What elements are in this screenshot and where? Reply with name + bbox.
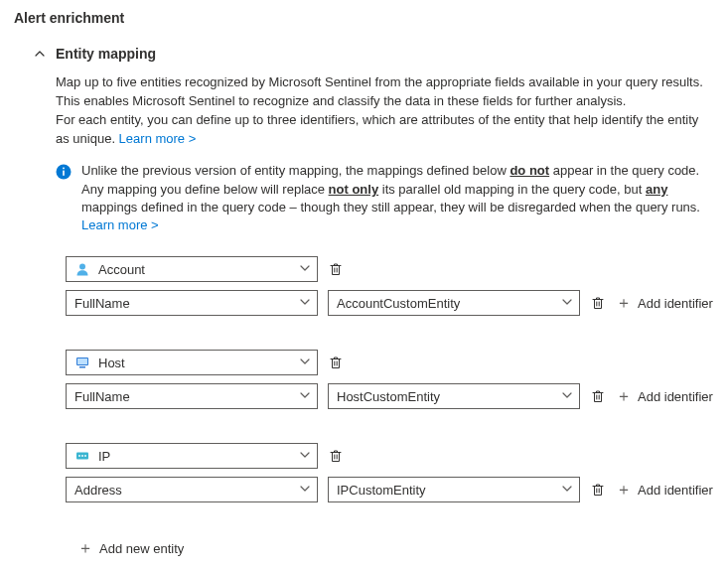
- svg-point-3: [79, 264, 85, 270]
- chevron-down-icon: [299, 483, 311, 498]
- delete-identifier-button[interactable]: [590, 388, 606, 404]
- svg-rect-5: [77, 358, 87, 364]
- value-label: AccountCustomEntity: [337, 296, 460, 311]
- host-icon: [74, 355, 90, 370]
- plus-icon: ＋: [77, 540, 93, 556]
- add-identifier-button[interactable]: ＋ Add identifier: [616, 482, 713, 498]
- delete-entity-button[interactable]: [328, 261, 344, 277]
- entity-type-dropdown[interactable]: IP: [66, 443, 318, 469]
- identifier-label: FullName: [74, 389, 130, 404]
- ip-icon: [74, 448, 90, 464]
- svg-point-9: [81, 455, 83, 457]
- info-learn-more-link[interactable]: Learn more >: [81, 217, 159, 232]
- plus-icon: ＋: [616, 388, 632, 404]
- add-identifier-button[interactable]: ＋ Add identifier: [616, 388, 713, 404]
- entity-mapping-title: Entity mapping: [56, 46, 156, 62]
- value-label: HostCustomEntity: [337, 389, 440, 404]
- entity-mapping-row: IP Address IPCustomEntity ＋ Ad: [10, 443, 728, 502]
- delete-identifier-button[interactable]: [590, 482, 606, 498]
- plus-icon: ＋: [616, 295, 632, 311]
- account-icon: [74, 261, 90, 277]
- info-icon: [56, 164, 72, 180]
- identifier-label: FullName: [74, 296, 130, 311]
- entity-type-label: Host: [98, 356, 125, 370]
- svg-rect-2: [63, 168, 65, 170]
- svg-rect-1: [63, 171, 65, 176]
- chevron-down-icon: [299, 356, 311, 370]
- chevron-down-icon: [299, 296, 311, 311]
- svg-point-10: [84, 455, 86, 457]
- chevron-up-icon: [34, 48, 46, 60]
- value-dropdown[interactable]: IPCustomEntity: [328, 477, 580, 502]
- svg-rect-6: [79, 366, 85, 368]
- chevron-down-icon: [561, 296, 573, 311]
- delete-entity-button[interactable]: [328, 448, 344, 464]
- add-identifier-button[interactable]: ＋ Add identifier: [616, 295, 713, 311]
- identifier-dropdown[interactable]: FullName: [66, 290, 318, 316]
- learn-more-link[interactable]: Learn more >: [119, 131, 197, 146]
- delete-identifier-button[interactable]: [590, 295, 606, 311]
- page-title: Alert enrichment: [14, 10, 728, 26]
- entity-mapping-row: Account FullName AccountCustomEntity: [10, 256, 728, 316]
- entity-type-label: Account: [98, 262, 145, 277]
- entity-type-dropdown[interactable]: Host: [66, 350, 318, 375]
- identifier-dropdown[interactable]: FullName: [66, 383, 318, 409]
- chevron-down-icon: [561, 483, 573, 498]
- value-label: IPCustomEntity: [337, 483, 426, 498]
- add-new-entity-button[interactable]: ＋ Add new entity: [77, 540, 184, 556]
- entity-type-label: IP: [98, 449, 110, 464]
- info-note: Unlike the previous version of entity ma…: [56, 162, 704, 234]
- entity-mapping-description: Map up to five entities recognized by Mi…: [56, 73, 710, 148]
- entity-type-dropdown[interactable]: Account: [66, 256, 318, 282]
- chevron-down-icon: [299, 262, 311, 277]
- entity-mapping-row: Host FullName HostCustomEntity ＋: [10, 350, 728, 409]
- plus-icon: ＋: [616, 482, 632, 498]
- svg-point-8: [78, 455, 80, 457]
- value-dropdown[interactable]: HostCustomEntity: [328, 383, 580, 409]
- chevron-down-icon: [299, 389, 311, 404]
- value-dropdown[interactable]: AccountCustomEntity: [328, 290, 580, 316]
- chevron-down-icon: [561, 389, 573, 404]
- delete-entity-button[interactable]: [328, 355, 344, 370]
- identifier-label: Address: [74, 483, 122, 498]
- entity-mapping-header[interactable]: Entity mapping: [34, 46, 728, 62]
- chevron-down-icon: [299, 449, 311, 464]
- identifier-dropdown[interactable]: Address: [66, 477, 318, 502]
